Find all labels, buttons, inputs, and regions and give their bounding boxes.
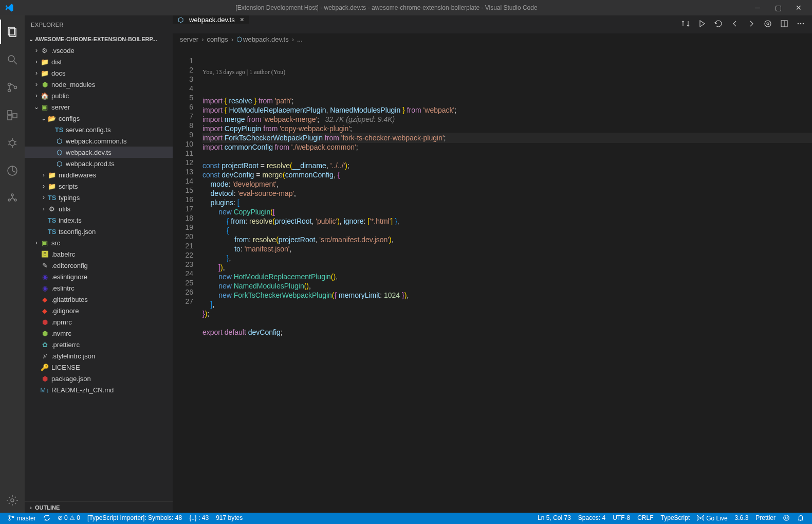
code-line[interactable]: import merge from 'webpack-merge'; 32.7K… xyxy=(202,115,812,124)
tree-file[interactable]: ⬡webpack.prod.ts xyxy=(25,158,173,169)
code-line[interactable]: export default devConfig; xyxy=(202,328,812,337)
close-tab-icon[interactable]: × xyxy=(238,15,244,24)
extensions-icon[interactable] xyxy=(0,103,25,128)
tree-folder[interactable]: ›▣src xyxy=(25,237,173,248)
code-line[interactable]: const projectRoot = resolve(__dirname, '… xyxy=(202,161,812,170)
code-line[interactable]: }, xyxy=(202,254,812,263)
tree-folder[interactable]: ›📁middlewares xyxy=(25,169,173,180)
close-button[interactable]: ✕ xyxy=(796,5,802,11)
breadcrumbs[interactable]: server›configs›⬡webpack.dev.ts›... xyxy=(173,33,812,45)
code-line[interactable]: { xyxy=(202,226,812,235)
code-line[interactable]: ], xyxy=(202,300,812,309)
status-right-item[interactable]: Prettier xyxy=(752,514,779,521)
tree-file[interactable]: ✿.prettierrc xyxy=(25,339,173,350)
tree-file[interactable]: TSserver.config.ts xyxy=(25,124,173,135)
editor-tab[interactable]: ⬡webpack.dev.ts× xyxy=(173,15,250,24)
split-editor-icon[interactable] xyxy=(780,20,788,29)
code-line[interactable]: import ForkTsCheckerWebpackPlugin from '… xyxy=(202,133,812,142)
tree-file[interactable]: ⬡webpack.common.ts xyxy=(25,135,173,147)
tree-file[interactable]: TStsconfig.json xyxy=(25,226,173,237)
editor[interactable]: 1234567891011121314151617181920212223242… xyxy=(173,45,812,513)
code-line[interactable]: new ForkTsCheckerWebpackPlugin({ memoryL… xyxy=(202,291,812,300)
code-line[interactable]: from: resolve(projectRoot, 'src/manifest… xyxy=(202,235,812,244)
next-icon[interactable] xyxy=(747,20,755,29)
status-right-item[interactable] xyxy=(779,514,793,523)
git-graph-icon[interactable] xyxy=(0,186,25,211)
code-line[interactable]: ]), xyxy=(202,263,812,272)
breadcrumb-item[interactable]: server xyxy=(180,35,198,43)
tree-file[interactable]: ◆.gitignore xyxy=(25,305,173,316)
status-right-item[interactable]: Spaces: 4 xyxy=(575,514,609,521)
code-line[interactable]: { from: resolve(projectRoot, 'public'), … xyxy=(202,216,812,226)
tree-folder[interactable]: ⌄📂configs xyxy=(25,113,173,124)
tree-file[interactable]: 🅱.babelrc xyxy=(25,248,173,260)
minimize-button[interactable]: ─ xyxy=(754,5,761,11)
debug-icon[interactable] xyxy=(0,131,25,155)
tree-file[interactable]: ⬢package.json xyxy=(25,373,173,384)
code-line[interactable]: devtool: 'eval-source-map', xyxy=(202,189,812,198)
tree-file[interactable]: ◆.gitattributes xyxy=(25,294,173,305)
tree-folder[interactable]: ›TStypings xyxy=(25,192,173,203)
tree-file[interactable]: ✎.editorconfig xyxy=(25,260,173,271)
status-right-item[interactable] xyxy=(793,514,808,523)
code-line[interactable]: import { resolve } from 'path'; xyxy=(202,96,812,105)
tree-file[interactable]: ◉.eslintignore xyxy=(25,271,173,282)
tree-file[interactable]: M↓README-zh_CN.md xyxy=(25,384,173,395)
breadcrumb-item[interactable]: ... xyxy=(297,35,303,43)
code-line[interactable]: plugins: [ xyxy=(202,198,812,207)
maximize-button[interactable]: ▢ xyxy=(775,5,781,11)
tree-folder[interactable]: ›⚙utils xyxy=(25,203,173,214)
code-line[interactable]: import commonConfig from './webpack.comm… xyxy=(202,142,812,152)
status-right-item[interactable]: TypeScript xyxy=(657,514,694,521)
tree-file[interactable]: TSindex.ts xyxy=(25,214,173,226)
outline-section-header[interactable]: › OUTLINE xyxy=(25,501,173,513)
tree-folder[interactable]: ›⬢node_modules xyxy=(25,79,173,90)
source-control-icon[interactable] xyxy=(0,75,25,100)
tree-folder[interactable]: ⌄▣server xyxy=(25,101,173,113)
explorer-icon[interactable] xyxy=(0,20,25,44)
prev-icon[interactable] xyxy=(731,20,739,29)
tree-file[interactable]: ⬡webpack.dev.ts xyxy=(25,147,173,158)
status-right-item[interactable]: Ln 5, Col 73 xyxy=(534,514,575,521)
status-right-item[interactable]: 3.6.3 xyxy=(731,514,752,521)
tree-folder[interactable]: ›📁scripts xyxy=(25,180,173,192)
status-right-item[interactable]: UTF-8 xyxy=(609,514,634,521)
code-line[interactable]: new NamedModulesPlugin(), xyxy=(202,281,812,291)
code-line[interactable]: new HotModuleReplacementPlugin(), xyxy=(202,272,812,281)
code-line[interactable]: to: 'manifest.json', xyxy=(202,244,812,254)
tree-folder[interactable]: ›⚙.vscode xyxy=(25,45,173,56)
code-line[interactable] xyxy=(202,337,812,346)
tree-file[interactable]: ◉.eslintrc xyxy=(25,282,173,294)
settings-icon[interactable] xyxy=(0,488,25,513)
codelens[interactable]: You, 13 days ago | 1 author (You) xyxy=(202,66,812,78)
tree-file[interactable]: Ꝟ.stylelintrc.json xyxy=(25,350,173,362)
code-line[interactable]: }); xyxy=(202,309,812,318)
status-left-item[interactable]: master xyxy=(4,514,40,523)
status-left-item[interactable]: {..} : 43 xyxy=(186,514,212,521)
tree-file[interactable]: ⬢.npmrc xyxy=(25,316,173,328)
status-left-item[interactable]: 917 bytes xyxy=(212,514,246,521)
status-left-item[interactable]: [TypeScript Importer]: Symbols: 48 xyxy=(84,514,186,521)
status-right-item[interactable]: CRLF xyxy=(634,514,657,521)
code-line[interactable]: mode: 'development', xyxy=(202,179,812,189)
run-icon[interactable] xyxy=(698,20,706,29)
tree-folder[interactable]: ›📁docs xyxy=(25,67,173,79)
code-line[interactable]: const devConfig = merge(commonConfig, { xyxy=(202,170,812,179)
tree-file[interactable]: 🔑LICENSE xyxy=(25,362,173,373)
more-actions-icon[interactable] xyxy=(797,20,805,29)
workspace-section-header[interactable]: ⌄ AWESOME-CHROME-EXTENSION-BOILERP... xyxy=(25,33,173,45)
code-line[interactable]: import { HotModuleReplacementPlugin, Nam… xyxy=(202,105,812,115)
tree-file[interactable]: ⬢.nvmrc xyxy=(25,328,173,339)
breadcrumb-item[interactable]: ⬡webpack.dev.ts xyxy=(236,35,289,43)
status-left-item[interactable] xyxy=(40,514,54,523)
code-area[interactable]: You, 13 days ago | 1 author (You) import… xyxy=(202,45,812,513)
tree-folder[interactable]: ›🏠public xyxy=(25,90,173,101)
profile-icon[interactable] xyxy=(0,158,25,183)
breadcrumb-item[interactable]: configs xyxy=(207,35,228,43)
tree-folder[interactable]: ›📁dist xyxy=(25,56,173,67)
status-right-item[interactable]: Go Live xyxy=(693,514,731,523)
code-line[interactable]: import CopyPlugin from 'copy-webpack-plu… xyxy=(202,124,812,133)
code-line[interactable] xyxy=(202,152,812,161)
open-changes-icon[interactable] xyxy=(764,20,772,29)
search-icon[interactable] xyxy=(0,47,25,72)
